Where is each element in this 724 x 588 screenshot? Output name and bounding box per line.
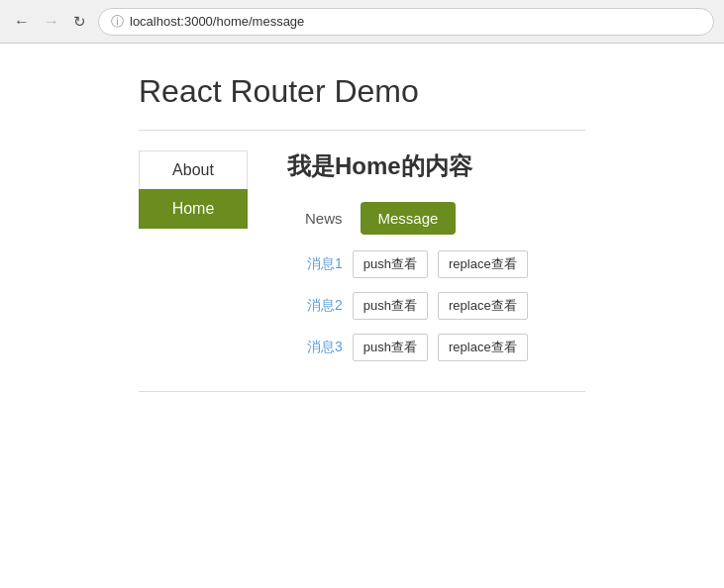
list-item: 消息3 push查看 replace查看 <box>307 334 585 361</box>
push-btn-2[interactable]: push查看 <box>353 292 428 320</box>
sub-nav: News Message <box>287 202 585 235</box>
sub-nav-message[interactable]: Message <box>361 202 457 235</box>
url-text: localhost:3000/home/message <box>130 14 304 29</box>
list-item: 消息1 push查看 replace查看 <box>307 250 585 278</box>
nav-item-home[interactable]: Home <box>139 189 248 229</box>
home-heading: 我是Home的内容 <box>287 150 585 182</box>
list-item: 消息2 push查看 replace查看 <box>307 292 585 320</box>
message-link-1[interactable]: 消息1 <box>307 255 343 273</box>
page-title: React Router Demo <box>139 73 585 110</box>
message-list: 消息1 push查看 replace查看 消息2 push查看 replace查… <box>287 250 585 361</box>
message-link-3[interactable]: 消息3 <box>307 339 343 356</box>
address-bar[interactable]: ⓘ localhost:3000/home/message <box>98 8 714 36</box>
push-btn-1[interactable]: push查看 <box>353 250 428 278</box>
replace-btn-2[interactable]: replace查看 <box>438 292 528 320</box>
info-icon: ⓘ <box>111 13 124 31</box>
refresh-button[interactable]: ↻ <box>69 11 90 33</box>
page-content: React Router Demo About Home 我是Home的内容 N… <box>0 44 724 422</box>
push-btn-3[interactable]: push查看 <box>353 334 428 361</box>
left-nav: About Home <box>139 150 248 361</box>
sub-nav-news[interactable]: News <box>287 202 361 235</box>
main-layout: About Home 我是Home的内容 News Message 消息1 pu… <box>139 150 585 361</box>
right-content: 我是Home的内容 News Message 消息1 push查看 replac… <box>287 150 585 361</box>
bottom-divider <box>139 391 585 392</box>
top-divider <box>139 130 585 131</box>
forward-button[interactable]: → <box>40 12 63 32</box>
message-link-2[interactable]: 消息2 <box>307 297 343 315</box>
nav-buttons: ← → ↻ <box>10 11 90 33</box>
browser-chrome: ← → ↻ ⓘ localhost:3000/home/message <box>0 0 724 44</box>
replace-btn-1[interactable]: replace查看 <box>438 250 528 278</box>
back-button[interactable]: ← <box>10 12 34 32</box>
replace-btn-3[interactable]: replace查看 <box>438 334 528 361</box>
nav-item-about[interactable]: About <box>139 150 248 189</box>
